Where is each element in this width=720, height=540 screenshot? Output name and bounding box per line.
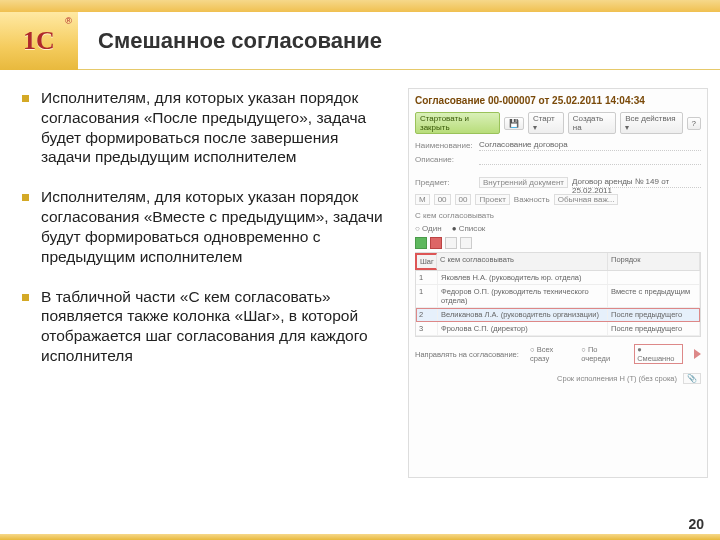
slide-bottom-accent	[0, 534, 720, 540]
help-icon[interactable]: ?	[687, 117, 701, 130]
bullet-icon	[22, 194, 29, 201]
who-label: С кем согласовывать	[415, 211, 701, 220]
table-row[interactable]: 2 Великанова Л.А. (руководитель организа…	[416, 308, 700, 322]
bullet-text: В табличной части «С кем согласовать» по…	[41, 287, 392, 366]
window-title: Согласование 00-000007 от 25.02.2011 14:…	[415, 95, 701, 106]
table-row[interactable]: 1 Федоров О.П. (руководитель техническог…	[416, 285, 700, 308]
screenshot-footer: Срок исполнения Н (Т) (без срока) 📎	[415, 373, 701, 384]
ctrl-label: Важность	[514, 195, 550, 204]
attach-icon[interactable]: 📎	[683, 373, 701, 384]
arrow-icon	[694, 349, 701, 359]
col-who-header: С кем согласовывать	[437, 253, 608, 270]
logo-1c: 1С ®	[0, 12, 78, 70]
ctrl[interactable]: Обычная важ...	[554, 194, 619, 205]
radio-one-list: Один Список	[415, 224, 701, 233]
field-subject: Предмет: Внутренний документ Договор аре…	[415, 177, 701, 188]
opt-seq[interactable]: По очереди	[581, 345, 627, 363]
direction-label: Направлять на согласование:	[415, 350, 522, 359]
table-row[interactable]: 3 Фролова С.П. (директор) После предыдущ…	[416, 322, 700, 336]
field-desc: Описание:	[415, 154, 701, 165]
opt-all[interactable]: Всех сразу	[530, 345, 573, 363]
page-number: 20	[688, 516, 704, 532]
subject-tag[interactable]: Внутренний документ	[479, 177, 568, 188]
save-icon[interactable]: 💾	[504, 117, 524, 130]
app-screenshot: Согласование 00-000007 от 25.02.2011 14:…	[408, 88, 708, 478]
all-actions-button[interactable]: Все действия ▾	[620, 112, 682, 134]
approvers-table: Шаг С кем согласовывать Порядок 1 Яковле…	[415, 252, 701, 337]
table-header: Шаг С кем согласовывать Порядок	[416, 253, 700, 271]
bullet-text: Исполнителям, для которых указан порядок…	[41, 88, 392, 167]
down-icon[interactable]	[460, 237, 472, 249]
bullet-text: Исполнителям, для которых указан порядок…	[41, 187, 392, 266]
logo-registered: ®	[65, 16, 72, 26]
start-button[interactable]: Старт ▾	[528, 112, 564, 134]
bullet-icon	[22, 294, 29, 301]
remove-icon[interactable]	[430, 237, 442, 249]
slide-title: Смешанное согласование	[78, 28, 382, 54]
field-label: Описание:	[415, 155, 479, 164]
slide-header: 1С ® Смешанное согласование	[0, 12, 720, 70]
create-from-button[interactable]: Создать на	[568, 112, 616, 134]
field-label: Предмет:	[415, 178, 479, 187]
opt-mixed[interactable]: Смешанно	[635, 345, 682, 363]
toolbar: Стартовать и закрыть 💾 Старт ▾ Создать н…	[415, 112, 701, 134]
ctrl[interactable]: Проект	[475, 194, 509, 205]
ctrl[interactable]: 00	[434, 194, 451, 205]
list-item: Исполнителям, для которых указан порядок…	[22, 88, 392, 167]
list-item: В табличной части «С кем согласовать» по…	[22, 287, 392, 366]
radio-one[interactable]: Один	[415, 224, 442, 233]
list-item: Исполнителям, для которых указан порядок…	[22, 187, 392, 266]
field-label: Наименование:	[415, 141, 479, 150]
bullet-list: Исполнителям, для которых указан порядок…	[22, 88, 392, 478]
direction-row: Направлять на согласование: Всех сразу П…	[415, 345, 701, 363]
radio-list[interactable]: Список	[452, 224, 486, 233]
col-step-header: Шаг	[415, 253, 437, 270]
subject-doc[interactable]: Договор аренды № 149 от 25.02.2011	[572, 177, 701, 188]
run-close-button[interactable]: Стартовать и закрыть	[415, 112, 500, 134]
ctrl[interactable]: 00	[455, 194, 472, 205]
slide-top-accent	[0, 0, 720, 12]
list-toolbar	[415, 237, 701, 249]
control-row: M 00 00 Проект Важность Обычная важ...	[415, 194, 701, 205]
add-icon[interactable]	[415, 237, 427, 249]
ctrl[interactable]: M	[415, 194, 430, 205]
field-value[interactable]	[479, 154, 701, 165]
bullet-icon	[22, 95, 29, 102]
table-row[interactable]: 1 Яковлев Н.А. (руководитель юр. отдела)	[416, 271, 700, 285]
field-name: Наименование: Согласование договора	[415, 140, 701, 151]
field-value[interactable]: Согласование договора	[479, 140, 701, 151]
logo-text: 1С	[23, 26, 55, 56]
deadline-text: Срок исполнения Н (Т) (без срока)	[557, 374, 677, 383]
up-icon[interactable]	[445, 237, 457, 249]
col-order-header: Порядок	[608, 253, 700, 270]
